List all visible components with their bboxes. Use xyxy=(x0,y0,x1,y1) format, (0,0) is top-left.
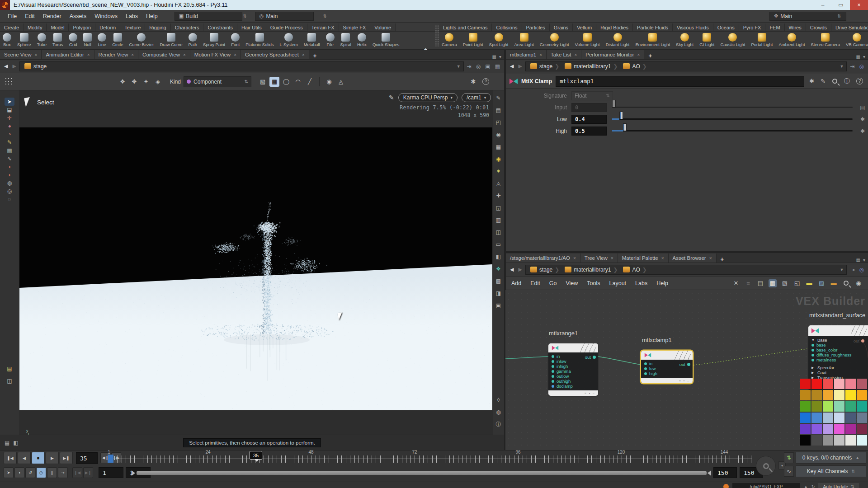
shelf-tool[interactable]: L-System xyxy=(280,33,298,47)
path-dropdown-icon[interactable]: ▼ xyxy=(457,64,462,69)
shelf-tab[interactable]: Guide Process xyxy=(266,23,307,31)
next-key-button[interactable]: ▶❙ xyxy=(83,467,93,478)
port-dot-icon[interactable] xyxy=(552,360,554,363)
shelf-tool[interactable]: Area Light xyxy=(514,33,534,47)
new-pane-tab-button[interactable]: + xyxy=(309,52,321,59)
help-icon[interactable]: ? xyxy=(856,78,863,84)
menu-item[interactable]: Help xyxy=(142,12,162,21)
color-swatch[interactable] xyxy=(857,424,867,434)
gear-icon[interactable]: ✱ xyxy=(857,116,868,122)
menu-item[interactable]: Edit xyxy=(530,280,540,286)
pin-pane-icon[interactable]: ⇥ xyxy=(849,63,856,70)
close-tab-icon[interactable]: × xyxy=(611,256,613,261)
selection-filter-attrib-icon[interactable]: ✦ xyxy=(141,77,151,87)
pane-tab[interactable]: Tree View × xyxy=(580,253,618,263)
hook2-tool-icon[interactable]: ◗ xyxy=(5,171,14,179)
color-swatch[interactable] xyxy=(834,379,844,389)
breadcrumb[interactable]: stage ❯ xyxy=(528,265,562,274)
node-header[interactable] xyxy=(641,351,693,360)
shelf-tool[interactable]: Caustic Light xyxy=(720,33,745,47)
refresh-icon[interactable]: ↻ xyxy=(811,484,815,488)
net-badge-view-icon[interactable]: ▧ xyxy=(781,279,789,287)
curve-tool-icon[interactable]: ∿ xyxy=(5,155,14,163)
menu-item[interactable]: Go xyxy=(549,280,557,286)
node-title[interactable]: mtlxrange1 xyxy=(549,330,578,337)
color-swatch[interactable] xyxy=(800,435,811,446)
shelf-tool[interactable]: Point Light xyxy=(463,33,483,47)
pose-tool-icon[interactable]: ◕ xyxy=(5,122,14,130)
forward-icon[interactable]: ▶ xyxy=(517,63,523,69)
audio-icon[interactable]: ◖ xyxy=(14,467,24,478)
close-tab-icon[interactable]: × xyxy=(87,52,90,57)
low-field[interactable]: 0.4 xyxy=(571,115,607,124)
breadcrumb[interactable]: AO ❯ xyxy=(620,62,649,71)
maximize-button[interactable]: ▭ xyxy=(832,0,850,10)
selection-filter-objects-icon[interactable]: ❖ xyxy=(118,77,127,87)
wire-sphere-tool-icon[interactable]: ◎ xyxy=(5,187,14,195)
menu-item[interactable]: Edit xyxy=(21,12,39,21)
breadcrumb[interactable]: AO ❯ xyxy=(620,265,649,274)
auto-update-select[interactable]: Auto Update ⇅ xyxy=(818,483,859,488)
close-tab-icon[interactable]: × xyxy=(234,52,236,57)
color-swatch[interactable] xyxy=(845,390,856,400)
shelf-tool[interactable]: VR Camera xyxy=(846,33,868,47)
close-tab-icon[interactable]: × xyxy=(35,52,38,57)
viewport-options-icon[interactable]: ✱ xyxy=(468,77,478,87)
laser-select-icon[interactable]: ╱ xyxy=(305,77,315,87)
jump-start-button[interactable]: ❚◀ xyxy=(4,452,17,464)
shelf-tab[interactable]: Hair Utils xyxy=(237,23,266,31)
texture-icon[interactable]: ▩ xyxy=(494,277,504,285)
breadcrumb[interactable]: stage ❯ xyxy=(528,62,562,71)
shelf-tool[interactable]: File xyxy=(326,33,335,47)
layer-tool-icon[interactable]: ◫ xyxy=(5,377,14,385)
back-icon[interactable]: ◀ xyxy=(509,267,515,272)
back-icon[interactable]: ◀ xyxy=(3,63,9,69)
color-swatch[interactable] xyxy=(800,390,811,400)
new-pane-tab-button[interactable]: + xyxy=(717,256,728,263)
radial-menu-selector[interactable]: ◎ Main ⇅ xyxy=(255,12,314,21)
render-viewport[interactable] xyxy=(19,127,492,410)
step-key-icon[interactable]: ⊸ xyxy=(58,467,68,478)
add-view-icon[interactable]: ✚ xyxy=(494,192,504,200)
port-dot-icon[interactable] xyxy=(811,349,814,352)
node-output-port[interactable]: out xyxy=(585,355,596,360)
params-path-field[interactable]: stage ❯ materiallibrary1 ❯ AO ❯ xyxy=(525,61,847,71)
pane-tab[interactable]: Animation Editor × xyxy=(42,50,94,59)
shelf-tool[interactable]: Torus xyxy=(52,33,63,47)
shelf-tool[interactable]: Sky Light xyxy=(676,33,693,47)
realtime-toggle-icon[interactable]: ◷ xyxy=(36,467,46,478)
shaded-icon[interactable]: ◫ xyxy=(494,228,504,236)
shelf-tab[interactable]: Texture xyxy=(120,23,145,31)
node-input-port[interactable]: diffuse_roughness xyxy=(808,352,868,357)
network-search-icon[interactable] xyxy=(844,281,849,286)
shelf-tab[interactable]: Viscous Fluids xyxy=(673,23,713,31)
back-icon[interactable]: ◀ xyxy=(509,63,515,69)
loop-icon[interactable]: ↺ xyxy=(25,467,35,478)
node-input-port[interactable]: base_color xyxy=(808,347,868,352)
port-dot-icon[interactable] xyxy=(811,344,814,347)
range-handle-right[interactable] xyxy=(708,470,711,476)
node-name-field[interactable]: mtlxclamp1 xyxy=(556,76,804,87)
normals-icon[interactable]: ◨ xyxy=(494,289,504,297)
node-section[interactable]: ▶ Specular xyxy=(808,365,868,370)
port-dot-icon[interactable] xyxy=(552,385,554,388)
port-dot-icon[interactable] xyxy=(811,359,814,361)
port-dot-icon[interactable] xyxy=(644,362,647,365)
color-swatch[interactable] xyxy=(834,390,844,400)
menu-item[interactable]: File xyxy=(4,12,21,21)
close-tab-icon[interactable]: × xyxy=(573,256,576,261)
shelf-tab[interactable]: Lights and Cameras xyxy=(439,23,492,31)
select-visible-only-icon[interactable]: ▧ xyxy=(258,77,268,87)
shelf-tool[interactable]: Sphere xyxy=(17,33,31,47)
lasso-select-icon[interactable]: ◯ xyxy=(281,77,291,87)
close-tab-icon[interactable]: × xyxy=(709,256,712,261)
pane-tab[interactable]: Performance Monitor × xyxy=(581,50,644,59)
pane-tab[interactable]: Asset Browser × xyxy=(669,253,717,263)
range-end-field[interactable]: 150 xyxy=(713,467,737,478)
node-input-port[interactable]: metalness xyxy=(808,357,868,362)
new-pane-tab-button[interactable]: + xyxy=(644,52,656,59)
key-mode-select[interactable]: Key All Channels ⇅ xyxy=(796,465,866,477)
node-output-port[interactable]: out xyxy=(679,362,690,367)
color-swatch[interactable] xyxy=(811,379,822,389)
menu-item[interactable]: Layout xyxy=(609,280,627,286)
